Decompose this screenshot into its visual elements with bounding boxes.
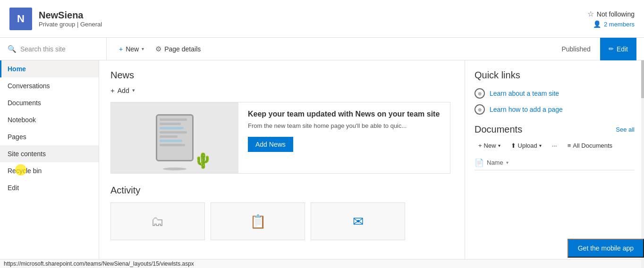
not-following-label: Not following <box>597 10 635 18</box>
general-link[interactable]: General <box>80 21 102 28</box>
quick-links-section: Quick links ⊕ Learn about a team site ⊕ … <box>475 70 635 115</box>
docs-new-button[interactable]: + New ▾ <box>475 140 504 151</box>
outlook-icon: ✉ <box>353 214 364 229</box>
add-label: Add <box>118 87 129 94</box>
news-description: From the new team site home page you'll … <box>248 122 441 129</box>
mobile-app-banner[interactable]: Get the mobile app <box>568 239 644 258</box>
sidebar-item-label: Notebook <box>8 116 36 124</box>
separator: | <box>77 21 78 28</box>
sidebar-item-label: Conversations <box>8 82 50 90</box>
group-type: Private group <box>39 21 75 28</box>
site-meta: Private group | General <box>39 21 102 28</box>
quick-link-item-1[interactable]: ⊕ Learn about a team site <box>475 88 635 99</box>
globe-icon-1: ⊕ <box>475 88 485 99</box>
scrollbar-track[interactable] <box>641 60 644 268</box>
docs-all-documents-button[interactable]: ≡ All Documents <box>564 140 616 151</box>
search-label: Search this site <box>20 45 66 53</box>
members-label: 2 members <box>604 21 635 28</box>
list-icon: ≡ <box>568 142 571 149</box>
chevron-down-icon: ▾ <box>506 160 508 165</box>
name-column-label[interactable]: Name <box>487 159 503 166</box>
chevron-down-icon: ▾ <box>539 143 542 148</box>
folder-icon: 🗂 <box>151 214 164 229</box>
chevron-down-icon: ▾ <box>498 143 500 148</box>
activity-title: Activity <box>110 185 453 196</box>
sidebar-item-edit[interactable]: Edit <box>0 179 99 196</box>
gear-icon: ⚙ <box>155 45 161 53</box>
site-avatar: N <box>9 8 32 30</box>
members-button[interactable]: 👤 2 members <box>593 20 635 28</box>
sidebar-item-recycle-bin[interactable]: Recycle bin <box>0 162 99 179</box>
docs-toolbar: + New ▾ ⬆ Upload ▾ ··· ≡ All Documents <box>475 140 635 151</box>
sidebar-item-notebook[interactable]: Notebook <box>0 111 99 128</box>
quick-link-label-2: Learn how to add a page <box>490 106 563 113</box>
plus-icon: + <box>110 86 115 94</box>
search-area[interactable]: 🔍 Search this site <box>8 38 107 60</box>
docs-upload-button[interactable]: ⬆ Upload ▾ <box>507 140 545 151</box>
docs-more-button[interactable]: ··· <box>548 140 561 151</box>
new-label: New <box>126 45 139 53</box>
documents-section: Documents See all + New ▾ ⬆ Upload ▾ ··· <box>475 124 635 170</box>
activity-section: Activity 🗂 📋 ✉ <box>110 185 453 240</box>
toolbar-left: 🔍 Search this site + New ▾ ⚙ Page detail… <box>8 38 556 60</box>
activity-cards: 🗂 📋 ✉ <box>110 202 453 240</box>
news-heading: Keep your team updated with News on your… <box>248 110 441 118</box>
activity-card-3: ✉ <box>311 202 405 240</box>
edit-label: Edit <box>617 45 628 53</box>
site-name: NewSiena <box>39 10 102 21</box>
sidebar-item-home[interactable]: Home <box>0 60 99 77</box>
news-image: 🌵 <box>111 102 238 173</box>
chevron-down-icon: ▾ <box>132 87 135 93</box>
header-right: ☆ Not following 👤 2 members <box>587 9 635 28</box>
plus-icon: + <box>119 45 123 53</box>
add-button[interactable]: + Add ▾ <box>110 86 135 94</box>
page-details-button[interactable]: ⚙ Page details <box>151 42 205 56</box>
sidebar-item-label: Recycle bin <box>8 167 42 175</box>
plus-icon: + <box>478 142 482 149</box>
sidebar-item-label: Home <box>8 65 26 73</box>
file-icon: 📄 <box>475 158 484 167</box>
sidebar-item-documents[interactable]: Documents <box>0 94 99 111</box>
ellipsis-icon: ··· <box>552 142 557 149</box>
sidebar-item-label: Pages <box>8 133 26 141</box>
page-details-label: Page details <box>164 45 201 53</box>
toolbar: 🔍 Search this site + New ▾ ⚙ Page detail… <box>0 38 644 60</box>
content-area: News + Add ▾ <box>99 60 465 268</box>
sidebar-item-conversations[interactable]: Conversations <box>0 77 99 94</box>
site-info: NewSiena Private group | General <box>39 10 102 28</box>
add-news-button[interactable]: Add News <box>248 137 293 152</box>
right-panel: Quick links ⊕ Learn about a team site ⊕ … <box>465 60 644 268</box>
all-docs-label: All Documents <box>573 142 612 149</box>
news-title: News <box>110 70 453 81</box>
person-icon: 👤 <box>593 20 601 28</box>
news-body: Keep your team updated with News on your… <box>238 102 450 173</box>
quick-links-title: Quick links <box>475 70 635 81</box>
sidebar-item-label: Site contents <box>8 150 46 158</box>
not-following-button[interactable]: ☆ Not following <box>587 9 635 18</box>
status-bar: https://microsoft.sharepoint.com/teams/N… <box>0 259 644 268</box>
docs-upload-label: Upload <box>518 142 537 149</box>
scrollbar-thumb[interactable] <box>641 60 644 98</box>
new-button[interactable]: + New ▾ <box>114 42 149 56</box>
edit-button[interactable]: ✏ Edit <box>600 38 636 60</box>
docs-column-header: 📄 Name ▾ <box>475 155 635 170</box>
star-icon: ☆ <box>587 9 594 18</box>
sidebar-item-label: Documents <box>8 99 41 107</box>
sidebar-item-site-contents[interactable]: Site contents <box>0 145 99 162</box>
site-identity: N NewSiena Private group | General <box>9 8 102 30</box>
docs-new-label: New <box>484 142 496 149</box>
upload-icon: ⬆ <box>511 142 516 149</box>
docs-title: Documents <box>475 124 522 135</box>
docs-header: Documents See all <box>475 124 635 135</box>
copy-icon: 📋 <box>250 214 266 229</box>
status-url: https://microsoft.sharepoint.com/teams/N… <box>4 260 194 267</box>
chevron-down-icon: ▾ <box>142 46 144 51</box>
toolbar-right: Published ✏ Edit <box>556 38 636 60</box>
quick-link-label-1: Learn about a team site <box>490 90 559 97</box>
sidebar-item-pages[interactable]: Pages <box>0 128 99 145</box>
activity-card-2: 📋 <box>211 202 305 240</box>
quick-link-item-2[interactable]: ⊕ Learn how to add a page <box>475 104 635 115</box>
see-all-link[interactable]: See all <box>616 126 635 133</box>
main-layout: Home Conversations Documents Notebook Pa… <box>0 60 644 268</box>
search-icon: 🔍 <box>8 45 17 53</box>
